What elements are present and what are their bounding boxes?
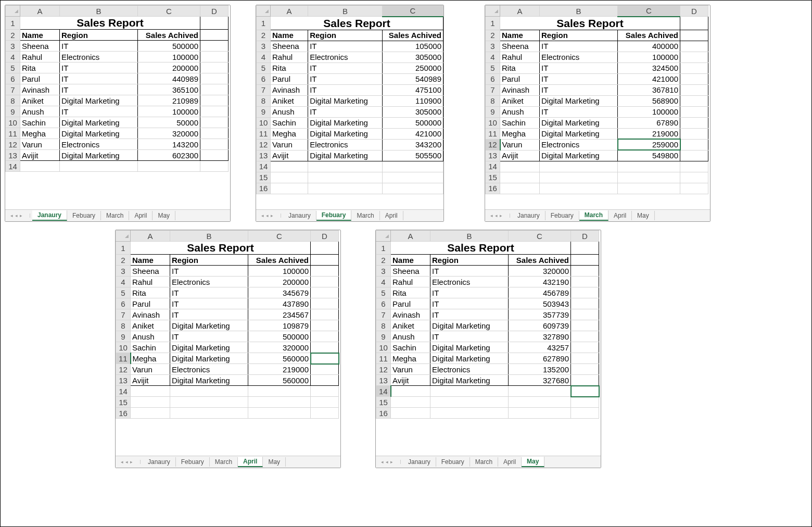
tab-nav-next-icon[interactable]: ▸	[500, 213, 502, 218]
row-header[interactable]: 7	[116, 309, 131, 320]
cell[interactable]: Digital Marketing	[170, 342, 248, 353]
cell[interactable]: 305000	[382, 106, 443, 117]
row-header[interactable]: 5	[257, 62, 271, 73]
row-header[interactable]: 14	[116, 386, 131, 397]
cell[interactable]: IT	[170, 298, 248, 309]
report-title[interactable]: Sales Report	[391, 242, 571, 255]
row-header[interactable]: 1	[376, 242, 391, 255]
tab-nav-next-icon[interactable]: ▸	[390, 459, 393, 465]
cell[interactable]: 560000	[248, 353, 311, 364]
row-header[interactable]: 16	[486, 183, 500, 194]
col-header-A[interactable]: A	[270, 6, 308, 17]
sheet-tab-may[interactable]: May	[632, 211, 655, 220]
cell[interactable]	[311, 255, 339, 266]
cell[interactable]: IT	[60, 73, 138, 84]
row-header[interactable]: 11	[116, 353, 131, 364]
cell[interactable]: Sachin	[131, 342, 170, 353]
cell[interactable]	[200, 84, 229, 95]
row-header[interactable]: 15	[486, 172, 500, 183]
cell[interactable]: Sheena	[500, 41, 540, 52]
col-header-B[interactable]: B	[430, 231, 509, 242]
cell[interactable]: 503943	[509, 298, 571, 309]
cell[interactable]: Parul	[391, 298, 430, 309]
col-header-C[interactable]: C	[618, 6, 680, 17]
cell[interactable]	[311, 342, 339, 353]
cell[interactable]: Megha	[391, 353, 430, 364]
cell[interactable]: Digital Marketing	[430, 342, 509, 353]
sheet-tab-janaury[interactable]: Janaury	[32, 210, 67, 221]
cell[interactable]	[311, 287, 339, 298]
cell[interactable]: Avijit	[500, 150, 540, 161]
cell[interactable]	[680, 128, 708, 139]
cell[interactable]	[680, 73, 708, 84]
cell[interactable]	[308, 183, 383, 194]
tab-nav-first-icon[interactable]: ◂	[381, 459, 384, 465]
tab-nav-next-icon[interactable]: ▸	[271, 213, 273, 218]
cell[interactable]	[138, 161, 200, 172]
spreadsheet-grid[interactable]: ◢ABCD1Sales Report2NameRegionSales Achiv…	[485, 5, 708, 194]
cell[interactable]: Rahul	[500, 52, 540, 62]
cell[interactable]	[571, 342, 599, 353]
col-header-B[interactable]: B	[60, 6, 138, 17]
cell[interactable]: Digital Marketing	[308, 150, 383, 161]
cell[interactable]: Megha	[270, 128, 308, 139]
sheet-tab-april[interactable]: April	[608, 211, 632, 220]
cell[interactable]	[509, 386, 571, 397]
tab-nav-first-icon[interactable]: ◂	[490, 213, 493, 218]
select-all-corner[interactable]: ◢	[257, 6, 271, 17]
cell[interactable]: 234567	[248, 309, 311, 320]
cell[interactable]: 343200	[382, 139, 443, 150]
cell[interactable]	[131, 386, 170, 397]
cell[interactable]: IT	[540, 41, 618, 52]
sheet-tab-febuary[interactable]: Febuary	[436, 457, 470, 467]
cell[interactable]: Digital Marketing	[170, 320, 248, 331]
row-header[interactable]: 1	[116, 242, 131, 255]
row-header[interactable]: 6	[376, 298, 391, 309]
cell[interactable]: IT	[60, 41, 138, 52]
row-header[interactable]: 10	[376, 342, 391, 353]
cell[interactable]: Sachin	[270, 117, 308, 128]
cell[interactable]: 50000	[138, 117, 200, 128]
cell[interactable]	[248, 397, 311, 408]
row-header[interactable]: 12	[257, 139, 271, 150]
cell[interactable]: Varun	[131, 364, 170, 375]
cell[interactable]	[311, 353, 339, 364]
cell[interactable]: 259000	[618, 139, 680, 150]
cell[interactable]: Rahul	[20, 52, 60, 62]
col-header-D[interactable]: D	[571, 231, 599, 242]
cell[interactable]: 110900	[382, 95, 443, 106]
row-header[interactable]: 16	[257, 183, 271, 194]
cell[interactable]: 219000	[618, 128, 680, 139]
row-header[interactable]: 2	[6, 30, 20, 41]
tab-nav-next-icon[interactable]: ▸	[130, 459, 133, 465]
cell[interactable]: 43257	[509, 342, 571, 353]
column-title[interactable]: Sales Achived	[618, 30, 680, 41]
row-header[interactable]: 6	[486, 73, 500, 84]
cell[interactable]	[382, 172, 443, 183]
cell[interactable]: Megha	[500, 128, 540, 139]
cell[interactable]	[200, 73, 229, 84]
cell[interactable]: 568900	[618, 95, 680, 106]
cell[interactable]: 357739	[509, 309, 571, 320]
cell[interactable]: Digital Marketing	[60, 128, 138, 139]
cell[interactable]: 327890	[509, 331, 571, 342]
tab-nav-prev-icon[interactable]: ◂	[266, 213, 269, 218]
cell[interactable]	[200, 161, 229, 172]
cell[interactable]	[311, 242, 339, 255]
cell[interactable]: 219000	[248, 364, 311, 375]
cell[interactable]	[680, 106, 708, 117]
column-title[interactable]: Region	[60, 30, 138, 41]
cell[interactable]: 367810	[618, 84, 680, 95]
row-header[interactable]: 3	[376, 266, 391, 277]
row-header[interactable]: 11	[6, 128, 20, 139]
cell[interactable]: Parul	[270, 73, 308, 84]
cell[interactable]: 432190	[509, 277, 571, 287]
cell[interactable]	[680, 150, 708, 161]
row-header[interactable]: 6	[257, 73, 271, 84]
row-header[interactable]: 3	[257, 41, 271, 52]
cell[interactable]: Sheena	[20, 41, 60, 52]
row-header[interactable]: 12	[486, 139, 500, 150]
cell[interactable]: 100000	[618, 52, 680, 62]
cell[interactable]: Avinash	[270, 84, 308, 95]
cell[interactable]: Megha	[131, 353, 170, 364]
